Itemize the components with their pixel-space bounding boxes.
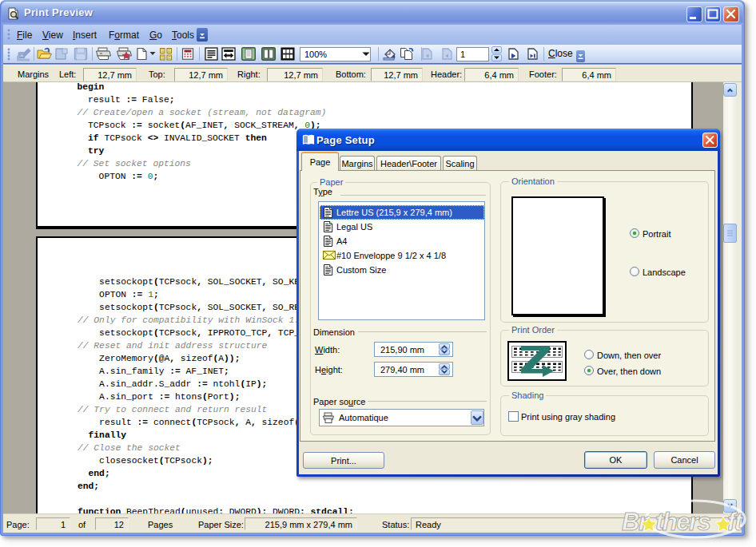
- svg-text:thers: thers: [655, 508, 711, 536]
